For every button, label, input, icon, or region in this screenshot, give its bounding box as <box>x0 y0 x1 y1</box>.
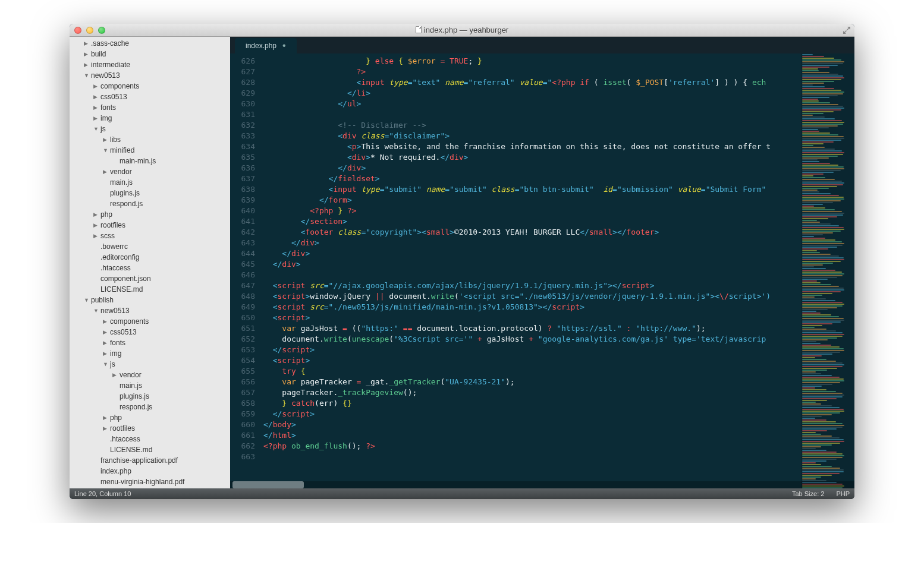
file-row[interactable]: main.js <box>70 380 230 391</box>
minimap[interactable] <box>801 53 854 488</box>
folder-row[interactable]: ▼new0513 <box>70 305 230 316</box>
disclosure-arrow-icon: ▶ <box>103 318 109 324</box>
tree-label: rootfiles <box>110 424 135 433</box>
folder-row[interactable]: ▶img <box>70 348 230 359</box>
folder-row[interactable]: ▶php <box>70 412 230 423</box>
tree-label: build <box>91 50 106 58</box>
zoom-icon[interactable] <box>98 27 105 34</box>
disclosure-arrow-icon: ▼ <box>103 361 109 367</box>
tree-label: vendor <box>110 168 132 176</box>
file-tree[interactable]: ▶.sass-cache▶build▶intermediate▼new0513▶… <box>70 37 230 488</box>
folder-row[interactable]: ▶img <box>70 113 230 124</box>
file-row[interactable]: plugins.js <box>70 391 230 402</box>
scrollbar-thumb[interactable] <box>232 481 304 488</box>
disclosure-arrow-icon: ▼ <box>103 147 109 153</box>
file-row[interactable]: respond.js <box>70 198 230 209</box>
folder-row[interactable]: ▼new0513 <box>70 70 230 81</box>
disclosure-arrow-icon: ▶ <box>103 340 109 346</box>
file-row[interactable]: franchise-application.pdf <box>70 455 230 466</box>
folder-row[interactable]: ▶build <box>70 49 230 59</box>
tree-label: fonts <box>100 103 116 112</box>
tree-label: component.json <box>100 274 151 283</box>
file-row[interactable]: main-min.js <box>70 156 230 166</box>
window-controls <box>70 27 105 34</box>
syntax-mode[interactable]: PHP <box>836 490 850 497</box>
code-view[interactable]: 6266276286296306316326336346356366376386… <box>230 53 854 488</box>
disclosure-arrow-icon: ▶ <box>93 233 99 239</box>
disclosure-arrow-icon: ▶ <box>93 94 99 100</box>
folder-row[interactable]: ▶php <box>70 209 230 220</box>
tree-label: intermediate <box>91 61 130 69</box>
folder-row[interactable]: ▶rootfiles <box>70 423 230 434</box>
folder-row[interactable]: ▶intermediate <box>70 59 230 70</box>
tree-label: .htaccess <box>110 435 140 443</box>
disclosure-arrow-icon: ▶ <box>93 212 99 217</box>
folder-row[interactable]: ▶scss <box>70 231 230 241</box>
file-row[interactable]: .htaccess <box>70 263 230 273</box>
tab-size[interactable]: Tab Size: 2 <box>792 490 824 497</box>
tree-label: js <box>100 125 106 133</box>
tree-label: php <box>100 210 112 219</box>
tree-label: .sass-cache <box>91 39 129 48</box>
disclosure-arrow-icon: ▼ <box>93 308 99 314</box>
disclosure-arrow-icon: ▶ <box>112 372 118 378</box>
tree-label: main-min.js <box>120 157 156 165</box>
file-row[interactable]: main.js <box>70 177 230 188</box>
file-row[interactable]: LICENSE.md <box>70 284 230 295</box>
tree-label: css0513 <box>110 328 137 336</box>
folder-row[interactable]: ▶css0513 <box>70 91 230 102</box>
tree-label: vendor <box>120 371 142 379</box>
tab-bar[interactable]: index.php• <box>230 37 854 53</box>
document-icon <box>416 26 422 33</box>
folder-row[interactable]: ▶components <box>70 81 230 91</box>
minimize-icon[interactable] <box>86 27 93 34</box>
file-row[interactable]: menu-virginia-highland.pdf <box>70 476 230 487</box>
horizontal-scrollbar[interactable] <box>230 481 854 488</box>
tree-label: .editorconfig <box>100 253 139 261</box>
tree-label: menu-virginia-highland.pdf <box>100 478 184 486</box>
folder-row[interactable]: ▶css0513 <box>70 327 230 337</box>
cursor-position[interactable]: Line 20, Column 10 <box>74 490 131 497</box>
tree-label: respond.js <box>120 403 152 411</box>
file-row[interactable]: index.php <box>70 466 230 476</box>
file-row[interactable]: LICENSE.md <box>70 444 230 455</box>
editor-window: index.php — yeahburger ▶.sass-cache▶buil… <box>70 24 854 499</box>
file-row[interactable]: component.json <box>70 273 230 284</box>
disclosure-arrow-icon: ▶ <box>93 83 99 89</box>
tree-label: .bowerrc <box>100 242 128 251</box>
disclosure-arrow-icon: ▶ <box>103 425 109 431</box>
tree-label: publish <box>91 296 114 304</box>
tree-label: components <box>110 317 149 326</box>
folder-row[interactable]: ▶libs <box>70 134 230 145</box>
folder-row[interactable]: ▼publish <box>70 295 230 305</box>
folder-row[interactable]: ▼js <box>70 124 230 134</box>
folder-row[interactable]: ▶rootfiles <box>70 220 230 231</box>
code-content[interactable]: } else { $error = TRUE; } ?> <input type… <box>260 53 854 488</box>
folder-row[interactable]: ▶vendor <box>70 370 230 380</box>
disclosure-arrow-icon: ▶ <box>103 351 109 356</box>
disclosure-arrow-icon: ▶ <box>93 115 99 121</box>
disclosure-arrow-icon: ▼ <box>93 126 99 132</box>
folder-row[interactable]: ▶.sass-cache <box>70 38 230 49</box>
folder-row[interactable]: ▶vendor <box>70 166 230 177</box>
tree-label: img <box>100 114 112 122</box>
tree-label: components <box>100 82 139 90</box>
folder-row[interactable]: ▶fonts <box>70 102 230 113</box>
tree-label: css0513 <box>100 93 127 101</box>
titlebar[interactable]: index.php — yeahburger <box>70 24 854 37</box>
folder-row[interactable]: ▶components <box>70 316 230 327</box>
file-row[interactable]: .bowerrc <box>70 241 230 252</box>
file-row[interactable]: plugins.js <box>70 188 230 198</box>
file-row[interactable]: .htaccess <box>70 434 230 444</box>
file-row[interactable]: .editorconfig <box>70 252 230 263</box>
tree-label: index.php <box>100 467 131 475</box>
folder-row[interactable]: ▶fonts <box>70 337 230 348</box>
file-row[interactable]: respond.js <box>70 402 230 412</box>
line-gutter: 6266276286296306316326336346356366376386… <box>230 53 260 488</box>
fullscreen-icon[interactable] <box>843 26 851 34</box>
folder-row[interactable]: ▼js <box>70 359 230 370</box>
close-icon[interactable] <box>74 27 81 34</box>
folder-row[interactable]: ▼minified <box>70 145 230 156</box>
tab-index-php[interactable]: index.php• <box>235 38 297 53</box>
tree-label: .htaccess <box>100 264 131 272</box>
